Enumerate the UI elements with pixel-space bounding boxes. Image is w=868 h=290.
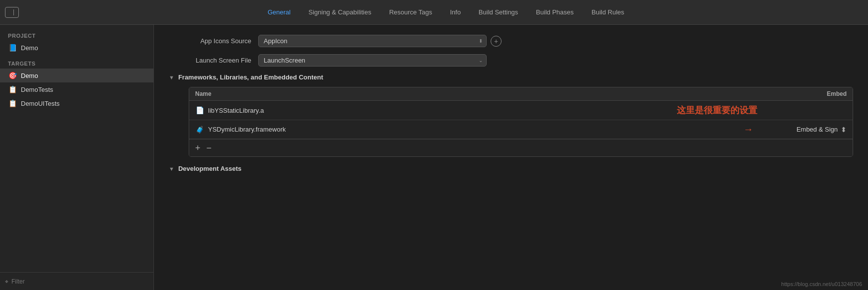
project-section-header: PROJECT [0, 31, 153, 41]
sidebar-toggle-icon [10, 9, 14, 15]
sidebar-demo-target-label: Demo [21, 72, 38, 79]
tab-bar: General Signing & Capabilities Resource … [0, 0, 868, 25]
ysdymic-embed[interactable]: Embed & Sign ⬍ [757, 126, 847, 134]
tab-list: General Signing & Capabilities Resource … [29, 5, 863, 19]
sidebar-item-demo-ui-tests[interactable]: 📋 DemoUITests [0, 96, 153, 110]
sidebar-toggle-button[interactable] [5, 7, 19, 18]
table-row: 🧳 YSDymicLibrary.framework → Embed & Sig… [189, 120, 853, 139]
launch-screen-label: Launch Screen File [169, 57, 258, 64]
remove-framework-button[interactable]: − [207, 144, 212, 152]
blueprint-icon: 📘 [8, 43, 17, 52]
tab-build-phases[interactable]: Build Phases [527, 5, 582, 19]
embed-arrow-icon: → [743, 124, 753, 135]
table-header-embed: Embed [757, 90, 847, 97]
tab-build-settings[interactable]: Build Settings [470, 5, 527, 19]
target-demo-icon: 🎯 [8, 71, 17, 80]
launch-screen-dropdown-wrapper: LaunchScreen ⌄ [258, 54, 487, 67]
embed-stepper-icon[interactable]: ⬍ [841, 126, 847, 134]
launch-screen-row: Launch Screen File LaunchScreen ⌄ [169, 54, 853, 67]
launch-screen-select[interactable]: LaunchScreen [258, 54, 487, 67]
sidebar: PROJECT 📘 Demo TARGETS 🎯 Demo 📋 DemoTest… [0, 25, 154, 290]
sidebar-item-demo-tests[interactable]: 📋 DemoTests [0, 82, 153, 96]
sidebar-filter: ⌖ [0, 272, 153, 290]
sidebar-demo-ui-tests-label: DemoUITests [21, 100, 60, 107]
dev-assets-title: Development Assets [178, 165, 241, 172]
tab-resource-tags[interactable]: Resource Tags [380, 5, 441, 19]
table-header-row: Name Embed [189, 87, 853, 101]
lib-file-icon: 📄 [195, 106, 204, 115]
tab-info[interactable]: Info [441, 5, 470, 19]
dev-assets-toggle[interactable]: ▼ [169, 166, 174, 172]
frameworks-section-toggle[interactable]: ▼ [169, 74, 174, 80]
lib-ys-annotation: 这里是很重要的设置 [677, 104, 757, 116]
filter-icon: ⌖ [5, 278, 8, 285]
frameworks-section-title: Frameworks, Libraries, and Embedded Cont… [178, 73, 323, 81]
sidebar-content: PROJECT 📘 Demo TARGETS 🎯 Demo 📋 DemoTest… [0, 25, 153, 272]
app-icons-dropdown-wrapper: AppIcon ⬍ [258, 35, 487, 47]
lib-ys-name: libYSStaticLibrary.a [208, 107, 672, 114]
target-tests-icon: 📋 [8, 85, 17, 94]
table-row: 📄 libYSStaticLibrary.a 这里是很重要的设置 [189, 101, 853, 120]
dev-assets-section: ▼ Development Assets [169, 165, 853, 172]
frameworks-section-header: ▼ Frameworks, Libraries, and Embedded Co… [169, 73, 853, 81]
target-ui-tests-icon: 📋 [8, 99, 17, 108]
embed-sign-label: Embed & Sign [796, 126, 838, 133]
framework-icon: 🧳 [195, 125, 204, 134]
content-area: App Icons Source AppIcon ⬍ + Launch Scre… [154, 25, 868, 290]
sidebar-demo-tests-label: DemoTests [21, 86, 53, 93]
sidebar-item-demo-target[interactable]: 🎯 Demo [0, 69, 153, 82]
sidebar-item-project-demo[interactable]: 📘 Demo [0, 41, 153, 55]
app-icons-label: App Icons Source [169, 37, 258, 45]
dev-assets-section-header: ▼ Development Assets [169, 165, 853, 172]
frameworks-table: Name Embed 📄 libYSStaticLibrary.a 这里是很重要… [189, 87, 853, 157]
app-icons-control: AppIcon ⬍ + [258, 35, 502, 47]
add-framework-button[interactable]: + [195, 144, 201, 152]
filter-input[interactable] [11, 278, 148, 285]
tab-general[interactable]: General [259, 5, 299, 19]
tab-signing[interactable]: Signing & Capabilities [299, 5, 380, 19]
tab-build-rules[interactable]: Build Rules [582, 5, 633, 19]
app-icons-add-button[interactable]: + [491, 36, 502, 47]
sidebar-project-label: Demo [21, 44, 38, 52]
app-icons-select[interactable]: AppIcon [258, 35, 487, 47]
table-actions: + − [189, 139, 853, 156]
targets-section-header: TARGETS [0, 59, 153, 69]
main-layout: PROJECT 📘 Demo TARGETS 🎯 Demo 📋 DemoTest… [0, 25, 868, 290]
watermark: https://blog.csdn.net/u013248706 [781, 281, 862, 287]
table-header-name: Name [195, 90, 757, 97]
launch-screen-control: LaunchScreen ⌄ [258, 54, 487, 67]
app-icons-row: App Icons Source AppIcon ⬍ + [169, 35, 853, 47]
ysdymic-name: YSDymicLibrary.framework [208, 126, 739, 133]
